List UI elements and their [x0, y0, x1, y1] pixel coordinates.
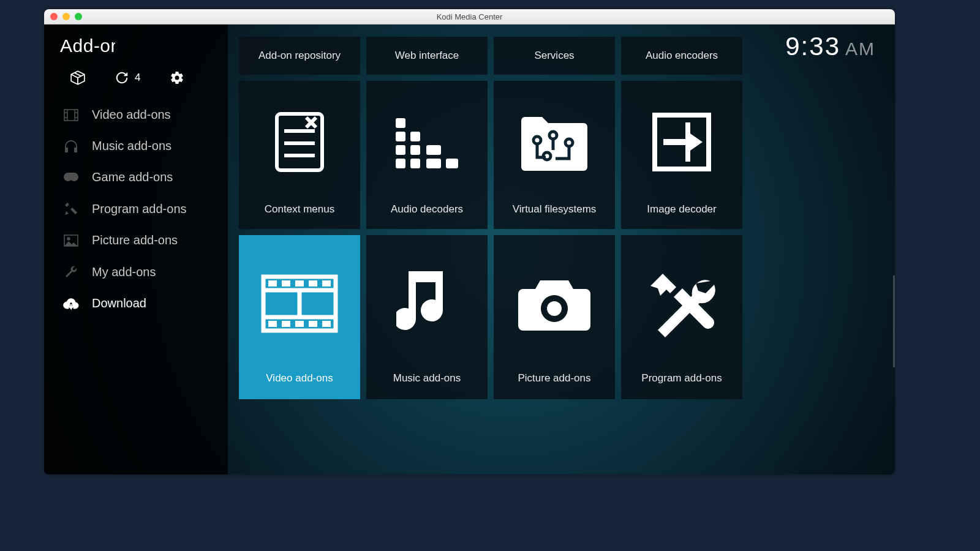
- tile-audio-decoders[interactable]: Audio decoders: [366, 81, 488, 229]
- grid-row-mid: Context menus Audio decoders Virtual fil…: [239, 81, 876, 229]
- settings-button[interactable]: [170, 70, 184, 85]
- tile-audio-encoders[interactable]: Audio encoders: [621, 37, 742, 75]
- svg-rect-44: [268, 321, 277, 327]
- folder-circuit-icon: [518, 81, 591, 203]
- svg-rect-45: [282, 321, 290, 327]
- clock-time: 9:33: [785, 32, 840, 61]
- svg-rect-8: [74, 148, 77, 152]
- image-decoder-icon: [651, 81, 712, 203]
- sidebar-item-download[interactable]: Download: [44, 288, 228, 319]
- film-icon: [260, 235, 339, 372]
- updates-button[interactable]: 4: [115, 71, 140, 84]
- svg-rect-47: [309, 321, 317, 327]
- sidebar-item-picture-addons[interactable]: Picture add-ons: [44, 225, 228, 256]
- tile-program-addons[interactable]: Program add-ons: [621, 235, 742, 399]
- svg-rect-26: [446, 159, 458, 168]
- tile-services[interactable]: Services: [494, 37, 615, 75]
- svg-rect-21: [410, 132, 420, 141]
- svg-rect-40: [282, 280, 290, 287]
- app-content: Add-ons 4 Video add-ons: [44, 24, 895, 474]
- equalizer-icon: [393, 81, 461, 203]
- svg-point-51: [547, 301, 562, 316]
- svg-rect-0: [64, 110, 78, 121]
- app-window: Kodi Media Center Add-ons 4: [44, 9, 895, 474]
- tile-virtual-filesystems[interactable]: Virtual filesystems: [494, 81, 615, 229]
- svg-point-10: [67, 238, 70, 240]
- sidebar-toolbar: 4: [44, 70, 228, 99]
- tools-icon: [62, 201, 80, 216]
- svg-rect-22: [410, 145, 420, 155]
- context-menu-icon: [272, 81, 327, 203]
- sidebar-item-label: Program add-ons: [92, 202, 187, 216]
- svg-rect-17: [396, 118, 405, 128]
- sidebar-item-music-addons[interactable]: Music add-ons: [44, 130, 228, 162]
- sidebar-item-label: Music add-ons: [92, 139, 172, 153]
- sidebar-item-game-addons[interactable]: Game add-ons: [44, 162, 228, 193]
- sidebar-item-label: Game add-ons: [92, 170, 173, 184]
- svg-rect-43: [322, 280, 331, 287]
- grid-row-bot: Video add-ons Music add-ons Picture add-…: [239, 235, 876, 399]
- clock-ampm: AM: [845, 39, 875, 59]
- sidebar-item-program-addons[interactable]: Program add-ons: [44, 193, 228, 225]
- tools-icon: [647, 235, 717, 372]
- svg-rect-49: [416, 271, 443, 280]
- film-icon: [62, 109, 80, 121]
- gamepad-icon: [62, 172, 80, 183]
- svg-rect-46: [295, 321, 304, 327]
- sidebar-list: Video add-ons Music add-ons Game add-ons…: [44, 99, 228, 319]
- picture-icon: [62, 234, 80, 247]
- headphones-icon: [62, 140, 80, 153]
- sidebar: Add-ons 4 Video add-ons: [44, 24, 228, 474]
- svg-rect-23: [410, 159, 420, 168]
- page-title: Add-ons: [44, 33, 115, 70]
- main-panel: 9:33AM Add-on repository Web interface S…: [228, 24, 895, 474]
- download-icon: [62, 297, 80, 310]
- svg-rect-7: [65, 148, 68, 152]
- scrollbar[interactable]: [893, 276, 895, 367]
- tile-picture-addons[interactable]: Picture add-ons: [494, 235, 615, 399]
- sidebar-item-label: My add-ons: [92, 265, 156, 279]
- svg-rect-19: [396, 145, 405, 155]
- svg-rect-18: [396, 132, 405, 141]
- svg-rect-41: [295, 280, 304, 287]
- sidebar-item-my-addons[interactable]: My add-ons: [44, 256, 228, 288]
- grid-row-top: Add-on repository Web interface Services…: [239, 37, 876, 75]
- tile-web-interface[interactable]: Web interface: [366, 37, 488, 75]
- box-icon[interactable]: [70, 70, 86, 86]
- updates-count: 4: [135, 72, 140, 84]
- tile-image-decoder[interactable]: Image decoder: [621, 81, 742, 229]
- svg-rect-42: [309, 280, 317, 287]
- camera-icon: [514, 235, 594, 372]
- svg-rect-24: [426, 145, 441, 155]
- sidebar-item-label: Download: [92, 296, 146, 310]
- svg-rect-48: [322, 321, 331, 327]
- tile-context-menus[interactable]: Context menus: [239, 81, 360, 229]
- window-title: Kodi Media Center: [44, 12, 895, 21]
- macos-title-bar: Kodi Media Center: [44, 9, 895, 24]
- sidebar-item-video-addons[interactable]: Video add-ons: [44, 99, 228, 130]
- tile-addon-repository[interactable]: Add-on repository: [239, 37, 360, 75]
- music-note-icon: [396, 235, 458, 372]
- sidebar-item-label: Video add-ons: [92, 108, 171, 122]
- sidebar-item-label: Picture add-ons: [92, 233, 178, 247]
- svg-rect-20: [396, 159, 405, 168]
- clock: 9:33AM: [785, 32, 875, 61]
- tile-video-addons[interactable]: Video add-ons: [239, 235, 360, 399]
- svg-rect-39: [268, 280, 277, 287]
- wrench-icon: [62, 264, 80, 279]
- svg-rect-25: [426, 159, 441, 168]
- tile-music-addons[interactable]: Music add-ons: [366, 235, 488, 399]
